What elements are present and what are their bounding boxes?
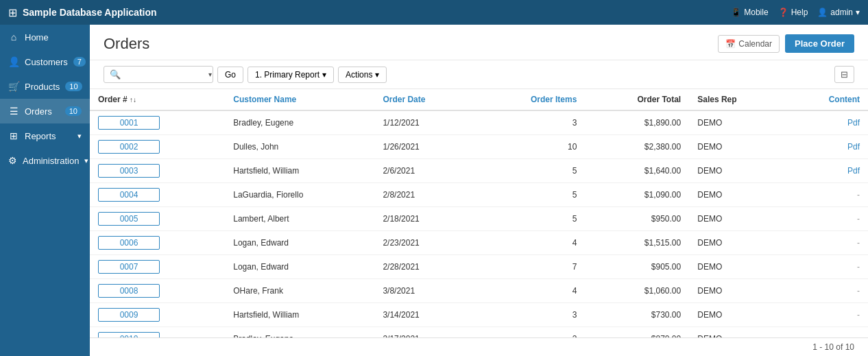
cell-order-num[interactable]: 0003 [90, 159, 225, 183]
cell-content: - [786, 207, 868, 231]
cell-content: - [786, 255, 868, 279]
sidebar-badge-products: 10 [65, 82, 82, 91]
help-link[interactable]: ❓ Help [778, 8, 808, 17]
content-dash: - [857, 262, 860, 272]
chevron-down-icon: ▾ [856, 8, 860, 17]
cell-order-items: 5 [477, 159, 585, 183]
cell-order-items: 5 [477, 183, 585, 207]
cell-sales-rep: DEMO [689, 135, 786, 159]
order-number-link[interactable]: 0006 [98, 236, 160, 250]
content-pdf-link[interactable]: Pdf [847, 142, 860, 152]
content-dash: - [857, 190, 860, 200]
col-content: Content [786, 89, 868, 110]
cell-order-num[interactable]: 0007 [90, 255, 225, 279]
sidebar-item-orders[interactable]: ☰ Orders 10 [0, 99, 90, 123]
search-box[interactable]: 🔍 ▾ [104, 66, 213, 83]
cell-sales-rep: DEMO [689, 159, 786, 183]
cell-order-items: 3 [477, 327, 585, 338]
mobile-link[interactable]: 📱 Mobile [731, 8, 768, 17]
sidebar-badge-orders: 10 [65, 106, 82, 116]
cell-sales-rep: DEMO [689, 327, 786, 338]
topbar-right: 📱 Mobile ❓ Help 👤 admin ▾ [731, 8, 860, 17]
table-row: 0002 Dulles, John 1/26/2021 10 $2,380.00… [90, 135, 868, 159]
table-row: 0005 Lambert, Albert 2/18/2021 5 $950.00… [90, 207, 868, 231]
order-number-link[interactable]: 0003 [98, 164, 160, 178]
cell-order-date: 1/12/2021 [374, 110, 477, 135]
cell-customer-name: Hartsfield, William [225, 303, 374, 327]
order-number-link[interactable]: 0010 [98, 332, 160, 337]
content-dash: - [857, 310, 860, 320]
calendar-button[interactable]: 📅 Calendar [718, 35, 780, 53]
place-order-button[interactable]: Place Order [785, 34, 854, 53]
search-input[interactable] [123, 70, 206, 80]
content-pdf-link[interactable]: Pdf [847, 166, 860, 176]
mobile-icon: 📱 [731, 8, 741, 17]
cell-order-total: $730.00 [585, 303, 689, 327]
cell-order-num[interactable]: 0008 [90, 279, 225, 303]
table-row: 0009 Hartsfield, William 3/14/2021 3 $73… [90, 303, 868, 327]
cell-customer-name: Bradley, Eugene [225, 327, 374, 338]
cell-content: - [786, 183, 868, 207]
cell-order-date: 2/8/2021 [374, 183, 477, 207]
sidebar-item-products[interactable]: 🛒 Products 10 [0, 74, 90, 99]
cell-content: - [786, 327, 868, 338]
chevron-icon-administration: ▾ [84, 156, 88, 165]
cell-order-date: 1/26/2021 [374, 135, 477, 159]
cell-order-items: 3 [477, 303, 585, 327]
table-row: 0004 LaGuardia, Fiorello 2/8/2021 5 $1,0… [90, 183, 868, 207]
table-footer: 1 - 10 of 10 [90, 337, 868, 356]
cell-order-num[interactable]: 0002 [90, 135, 225, 159]
sidebar-item-home[interactable]: ⌂ Home [0, 25, 90, 49]
cell-order-items: 7 [477, 255, 585, 279]
topbar: ⊞ Sample Database Application 📱 Mobile ❓… [0, 0, 868, 25]
order-number-link[interactable]: 0002 [98, 140, 160, 154]
administration-icon: ⚙ [8, 155, 17, 166]
user-icon: 👤 [817, 8, 828, 17]
sidebar-label-orders: Orders [25, 106, 52, 117]
table-view-button[interactable]: ⊟ [834, 66, 854, 83]
customers-icon: 👤 [8, 56, 19, 67]
sidebar-item-reports[interactable]: ⊞ Reports ▾ [0, 123, 90, 148]
order-number-link[interactable]: 0008 [98, 284, 160, 298]
table-body: 0001 Bradley, Eugene 1/12/2021 3 $1,890.… [90, 110, 868, 337]
cell-content[interactable]: Pdf [786, 159, 868, 183]
report-dropdown[interactable]: 1. Primary Report ▾ [248, 67, 334, 83]
go-button[interactable]: Go [217, 67, 243, 83]
table-row: 0006 Logan, Edward 2/23/2021 4 $1,515.00… [90, 231, 868, 255]
table-row: 0008 OHare, Frank 3/8/2021 4 $1,060.00 D… [90, 279, 868, 303]
table-view-icon: ⊟ [841, 69, 848, 80]
col-order-items: Order Items [477, 89, 585, 110]
table-row: 0003 Hartsfield, William 2/6/2021 5 $1,6… [90, 159, 868, 183]
cell-order-num[interactable]: 0004 [90, 183, 225, 207]
table-row: 0001 Bradley, Eugene 1/12/2021 3 $1,890.… [90, 110, 868, 135]
cell-order-num[interactable]: 0006 [90, 231, 225, 255]
cell-order-num[interactable]: 0009 [90, 303, 225, 327]
chevron-down-icon: ▾ [322, 70, 326, 80]
cell-order-items: 10 [477, 135, 585, 159]
cell-content[interactable]: Pdf [786, 135, 868, 159]
cell-content[interactable]: Pdf [786, 110, 868, 135]
cell-order-date: 2/23/2021 [374, 231, 477, 255]
cell-order-date: 2/28/2021 [374, 255, 477, 279]
cell-sales-rep: DEMO [689, 183, 786, 207]
sidebar-item-customers[interactable]: 👤 Customers 7 [0, 49, 90, 74]
cell-order-num[interactable]: 0001 [90, 110, 225, 135]
order-number-link[interactable]: 0005 [98, 212, 160, 226]
sidebar-item-administration[interactable]: ⚙ Administration ▾ [0, 148, 90, 173]
order-number-link[interactable]: 0009 [98, 308, 160, 322]
cell-order-items: 4 [477, 231, 585, 255]
content-dash: - [857, 238, 860, 248]
cell-content: - [786, 231, 868, 255]
order-number-link[interactable]: 0001 [98, 116, 160, 130]
order-number-link[interactable]: 0004 [98, 188, 160, 202]
content-pdf-link[interactable]: Pdf [847, 118, 860, 128]
search-dropdown-icon[interactable]: ▾ [208, 71, 212, 78]
cell-order-num[interactable]: 0005 [90, 207, 225, 231]
content-dash: - [857, 286, 860, 296]
help-icon: ❓ [778, 8, 788, 17]
actions-dropdown[interactable]: Actions ▾ [338, 67, 387, 83]
user-menu[interactable]: 👤 admin ▾ [817, 8, 860, 17]
order-number-link[interactable]: 0007 [98, 260, 160, 274]
cell-order-num[interactable]: 0010 [90, 327, 225, 338]
cell-order-total: $1,515.00 [585, 231, 689, 255]
